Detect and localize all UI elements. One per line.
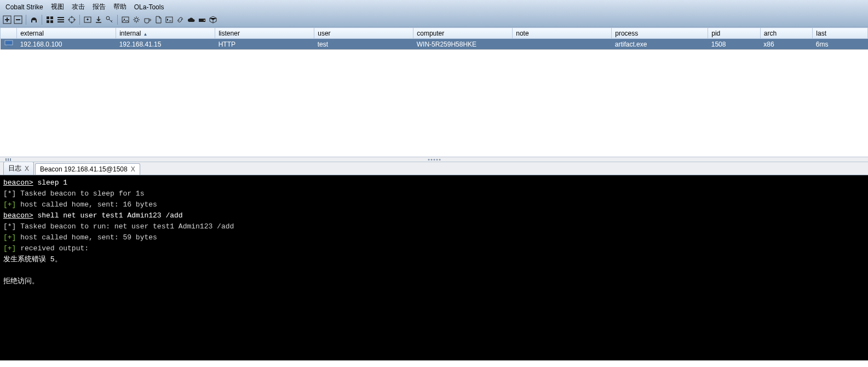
menu-bar: Cobalt Strike视图攻击报告帮助OLa-Tools	[0, 0, 868, 14]
column-header-external[interactable]: external	[17, 28, 116, 39]
session-table: externalinternal▲listenerusercomputernot…	[0, 27, 868, 50]
table-empty-area[interactable]	[0, 50, 868, 157]
cell-last: 6ms	[813, 39, 868, 50]
menu-item[interactable]: 攻击	[68, 1, 88, 13]
svg-rect-3	[50, 16, 53, 19]
svg-rect-5	[50, 20, 53, 23]
cell-computer: WIN-5R259H58HKE	[413, 39, 513, 50]
gear-icon[interactable]	[131, 15, 141, 25]
tab-label: 日志	[8, 164, 21, 173]
svg-point-14	[204, 20, 205, 21]
cell-pid: 1508	[708, 39, 761, 50]
toolbar-separator	[42, 15, 42, 25]
grid-icon[interactable]	[45, 15, 55, 25]
table-row[interactable]: 192.168.0.100192.168.41.15HTTPtestWIN-5R…	[1, 39, 868, 50]
minus-icon[interactable]	[13, 15, 23, 25]
download-icon[interactable]	[94, 15, 104, 25]
cell-user: test	[314, 39, 413, 50]
toolbar-separator	[79, 15, 80, 25]
tab-strip: 日志XBeacon 192.168.41.15@1508X	[0, 162, 868, 175]
svg-rect-9	[122, 17, 129, 22]
box-icon[interactable]	[208, 15, 218, 25]
menu-item[interactable]: OLa-Tools	[131, 2, 168, 12]
computer-icon	[1, 39, 17, 50]
target-icon[interactable]	[67, 15, 77, 25]
toolbar-separator	[117, 15, 118, 25]
tab[interactable]: Beacon 192.168.41.15@1508X	[35, 163, 140, 175]
list-icon[interactable]	[56, 15, 66, 25]
tab[interactable]: 日志X	[3, 162, 34, 175]
cell-arch: x86	[760, 39, 813, 50]
svg-rect-16	[7, 45, 10, 47]
cell-listener: HTTP	[215, 39, 314, 50]
sort-asc-icon: ▲	[143, 32, 148, 37]
toolbar	[0, 14, 868, 27]
splitter-handle[interactable]	[0, 157, 868, 162]
column-header-icon[interactable]	[1, 28, 17, 39]
table-body: 192.168.0.100192.168.41.15HTTPtestWIN-5R…	[1, 39, 868, 50]
picture-icon[interactable]	[120, 15, 130, 25]
column-header-computer[interactable]: computer	[413, 28, 513, 39]
image-in-icon[interactable]	[83, 15, 93, 25]
column-header-arch[interactable]: arch	[760, 28, 813, 39]
menu-item[interactable]: 帮助	[110, 1, 130, 13]
cell-internal: 192.168.41.15	[116, 39, 215, 50]
svg-point-11	[135, 18, 138, 21]
key-icon[interactable]	[105, 15, 114, 25]
svg-rect-15	[5, 41, 13, 45]
column-header-listener[interactable]: listener	[215, 28, 314, 39]
cell-external: 192.168.0.100	[17, 39, 116, 50]
cell-process: artifact.exe	[612, 39, 708, 50]
table-header-row: externalinternal▲listenerusercomputernot…	[1, 28, 868, 39]
svg-rect-2	[47, 16, 49, 19]
top-bar: Cobalt Strike视图攻击报告帮助OLa-Tools	[0, 0, 868, 27]
menu-item[interactable]: 视图	[48, 1, 67, 13]
column-header-internal[interactable]: internal▲	[116, 28, 215, 39]
plus-icon[interactable]	[2, 15, 12, 25]
link-icon[interactable]	[175, 15, 185, 25]
coffee-icon[interactable]	[142, 15, 152, 25]
beacon-console[interactable]: beacon> sleep 1 [*] Tasked beacon to sle…	[0, 175, 868, 360]
cell-note	[513, 39, 612, 50]
svg-rect-12	[166, 17, 173, 22]
column-header-last[interactable]: last	[813, 28, 868, 39]
column-header-pid[interactable]: pid	[708, 28, 761, 39]
menu-item[interactable]: 报告	[89, 1, 109, 13]
toolbar-separator	[26, 15, 26, 25]
menu-item[interactable]: Cobalt Strike	[2, 2, 47, 12]
terminal-icon[interactable]	[164, 15, 174, 25]
tab-label: Beacon 192.168.41.15@1508	[40, 165, 128, 173]
headphones-icon[interactable]	[29, 15, 39, 25]
tab-close-button[interactable]: X	[25, 165, 29, 173]
drive-icon[interactable]	[197, 15, 207, 25]
column-header-note[interactable]: note	[513, 28, 612, 39]
file-icon[interactable]	[153, 15, 163, 25]
svg-rect-4	[47, 20, 49, 23]
cloud-icon[interactable]	[186, 15, 196, 25]
column-header-process[interactable]: process	[612, 28, 708, 39]
tab-close-button[interactable]: X	[131, 165, 135, 173]
column-header-user[interactable]: user	[314, 28, 413, 39]
